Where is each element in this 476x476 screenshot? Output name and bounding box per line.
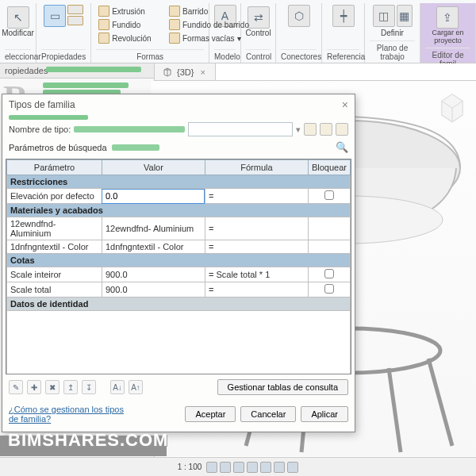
section-identidad[interactable]: Datos de identidad [7, 298, 351, 311]
workplane-panel-label: Plano de trabajo [370, 40, 415, 61]
highlight-marker [112, 144, 159, 151]
ok-button[interactable]: Aceptar [185, 406, 236, 422]
status-icons [206, 462, 298, 473]
reveal-icon[interactable] [287, 462, 298, 473]
model-panel-label: Modelo [214, 49, 236, 61]
apply-button[interactable]: Aplicar [301, 406, 348, 422]
search-params-label: Parámetros de búsqueda [9, 143, 107, 152]
visual-style-icon[interactable] [220, 462, 231, 473]
sweep-button[interactable]: Barrido [167, 5, 251, 17]
header-value[interactable]: Valor [102, 160, 205, 175]
edit-icon[interactable]: ✎ [9, 380, 23, 394]
close-icon[interactable]: × [342, 98, 348, 111]
section-restricciones[interactable]: Restricciones [7, 175, 351, 189]
table-row[interactable]: Elevación por defecto = [7, 189, 351, 204]
header-lock[interactable]: Bloquear [308, 160, 350, 175]
section-cotas[interactable]: Cotas [7, 254, 351, 267]
table-row[interactable]: Scale total 900.0 = [7, 282, 351, 298]
parameter-table: Parámetro Valor Fórmula Bloquear Restric… [6, 159, 351, 374]
extrusion-icon [98, 6, 109, 17]
tab-3d-label: {3D} [177, 67, 194, 77]
close-icon[interactable]: × [198, 67, 206, 77]
ribbon: ↖ Modificar eleccionar ▭ Propiedades Ext… [0, 0, 476, 63]
sort-desc-icon[interactable]: A↑ [129, 380, 143, 394]
rename-type-icon[interactable] [320, 123, 332, 136]
modify-button[interactable]: ↖ Modificar [0, 5, 36, 39]
param-value[interactable]: 1dnfngntextil - Color [102, 240, 205, 254]
param-name[interactable]: Scale total [7, 282, 102, 298]
param-formula[interactable]: = [205, 217, 308, 240]
highlight-marker [74, 126, 185, 132]
param-formula[interactable]: = [205, 240, 308, 254]
sun-icon[interactable] [233, 462, 244, 473]
properties-icon[interactable]: ▭ [44, 5, 66, 27]
param-formula[interactable]: = [205, 189, 308, 204]
type-name-label: Nombre de tipo: [9, 125, 71, 134]
cube-icon [163, 67, 172, 77]
detail-icon[interactable] [206, 462, 217, 473]
cursor-icon: ↖ [7, 6, 29, 29]
move-up-icon[interactable]: ↥ [63, 380, 78, 394]
move-down-icon[interactable]: ↧ [82, 380, 96, 394]
dialog-title: Tipos de familia [9, 99, 75, 110]
shadow-icon[interactable] [247, 462, 258, 473]
highlight-marker [9, 115, 88, 120]
define-icon[interactable]: ◫ [373, 5, 395, 27]
param-name[interactable]: Elevación por defecto [7, 189, 102, 204]
lock-checkbox[interactable] [324, 190, 334, 200]
show-icon[interactable]: ▦ [397, 5, 413, 27]
sweep-icon [169, 6, 180, 17]
param-formula[interactable]: = Scale total * 1 [205, 267, 308, 282]
reference-icon[interactable]: ┿ [332, 5, 355, 27]
param-value-input[interactable] [106, 191, 202, 201]
table-row[interactable]: 12ewndfnd- Aluminium 12ewndfnd- Aluminiu… [7, 217, 351, 240]
type-icon[interactable] [67, 5, 83, 14]
void-icon [169, 33, 180, 44]
connectors-panel-label: Conectores [281, 49, 317, 61]
header-parameter[interactable]: Parámetro [7, 160, 102, 175]
help-link[interactable]: ¿Cómo se gestionan los tipos de familia? [9, 405, 136, 424]
param-name[interactable]: Scale inteiror [7, 267, 102, 282]
voidforms-button[interactable]: Formas vacías ▾ [167, 32, 251, 44]
delete-param-icon[interactable]: ✖ [45, 380, 60, 394]
param-name[interactable]: 1dnfngntextil - Color [7, 240, 102, 254]
lock-checkbox[interactable] [324, 269, 334, 278]
new-param-icon[interactable]: ✚ [27, 380, 41, 394]
section-materiales[interactable]: Materiales y acabados [7, 204, 351, 217]
crop-region-icon[interactable] [274, 462, 285, 473]
param-formula[interactable]: = [205, 282, 308, 298]
status-bar: 1 : 100 [0, 457, 476, 476]
delete-type-icon[interactable] [336, 123, 348, 136]
reference-panel-label: Referencia [327, 49, 359, 61]
control-panel-label: Control [246, 49, 271, 61]
search-icon[interactable]: 🔍 [336, 141, 348, 154]
view-tabs: {3D} × [155, 63, 476, 81]
family-icon[interactable] [67, 16, 83, 25]
highlight-marker [46, 67, 141, 72]
sweptblend-button[interactable]: Fundido de barrido [167, 18, 251, 31]
param-name[interactable]: 12ewndfnd- Aluminium [7, 217, 102, 240]
define-label: Definir [381, 29, 404, 37]
forms-panel-label: Formas [96, 49, 204, 61]
sort-asc-icon[interactable]: A↓ [110, 380, 125, 394]
load-button[interactable]: ⇪ Cargar en proyecto [429, 5, 466, 46]
connector-icon[interactable]: ⬡ [288, 5, 310, 27]
table-header-row: Parámetro Valor Fórmula Bloquear [7, 160, 351, 175]
header-formula[interactable]: Fórmula [205, 160, 308, 175]
table-row[interactable]: Scale inteiror 900.0 = Scale total * 1 [7, 267, 351, 282]
highlight-marker [43, 83, 129, 88]
view-scale[interactable]: 1 : 100 [178, 463, 202, 471]
empty-space [7, 311, 351, 375]
table-row[interactable]: 1dnfngntextil - Color 1dnfngntextil - Co… [7, 240, 351, 254]
lock-checkbox[interactable] [324, 284, 334, 294]
param-value[interactable]: 900.0 [102, 267, 205, 282]
crop-icon[interactable] [260, 462, 271, 473]
param-value[interactable]: 12ewndfnd- Aluminium [102, 217, 205, 240]
revolution-icon [98, 33, 109, 44]
cancel-button[interactable]: Cancelar [240, 406, 296, 422]
new-type-icon[interactable] [304, 123, 317, 136]
param-value[interactable]: 900.0 [102, 282, 205, 298]
type-name-input[interactable] [188, 122, 293, 136]
tab-3d[interactable]: {3D} × [155, 63, 216, 80]
lookup-tables-button[interactable]: Gestionar tablas de consulta [217, 379, 348, 395]
